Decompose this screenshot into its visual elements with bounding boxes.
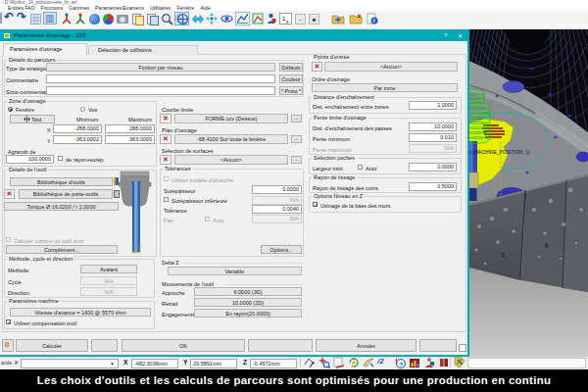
svg-text:(MACHINE_POSITION_1): (MACHINE_POSITION_1) [472,149,530,155]
svg-text:!: ! [395,357,398,367]
svg-text:?: ? [400,362,404,368]
